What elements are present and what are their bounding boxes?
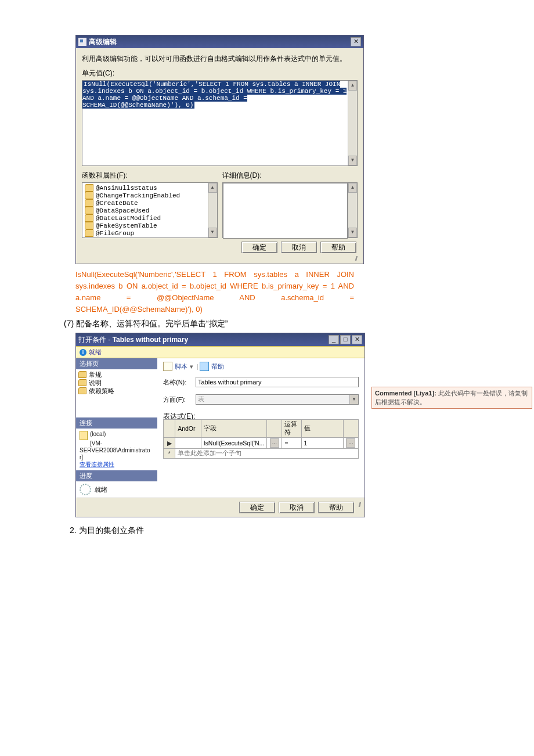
close-icon[interactable]: ✕	[351, 37, 361, 46]
sql-snippet: IsNull(ExecuteSql('Numberic','SELECT 1 F…	[75, 269, 354, 315]
scroll-down-icon[interactable]: ▼	[348, 156, 357, 165]
dialog-title: 打开条件 - Tables without primary	[78, 335, 327, 345]
progress-header: 进度	[76, 470, 157, 481]
scroll-down-icon[interactable]: ▼	[348, 228, 357, 237]
ok-button[interactable]: 确定	[239, 502, 275, 513]
facet-label: 方面(F):	[163, 395, 196, 404]
name-label: 名称(N):	[163, 378, 196, 387]
col-op[interactable]: 运算符	[282, 420, 301, 438]
col-andor[interactable]: AndOr	[175, 420, 201, 438]
chevron-down-icon[interactable]: ▼	[349, 395, 358, 404]
col-val[interactable]: 值	[301, 420, 343, 438]
name-input[interactable]	[196, 377, 359, 387]
maximize-icon[interactable]: □	[340, 335, 351, 344]
script-icon[interactable]	[163, 362, 172, 371]
folder-icon	[85, 184, 93, 192]
dialog-advanced-edit: 高级编辑 ✕ 利用高级编辑功能，可以对可用函数进行自由格式编辑以用作条件表达式中…	[75, 35, 364, 264]
minimize-icon[interactable]: _	[329, 335, 339, 344]
help-link[interactable]: 帮助	[211, 362, 224, 371]
table-row[interactable]: ▶ IsNull(ExecuteSql('N... ... = 1 ...	[164, 438, 359, 449]
resize-grip-icon[interactable]: ///	[82, 255, 358, 261]
connection-block: (local) [VM-SERVER2008\Administrato r] 查…	[76, 429, 157, 470]
close-icon[interactable]: ✕	[352, 335, 362, 344]
view-conn-link[interactable]: 查看连接属性	[80, 461, 114, 467]
script-button[interactable]: 脚本	[175, 362, 187, 371]
code-selection: IsNull(ExecuteSql('Numberic','SELECT 1 F…	[82, 81, 347, 109]
folder-icon	[85, 192, 93, 199]
status-strip: i 就绪	[76, 346, 365, 358]
mini-toolbar: 脚本 ▾ | 帮助	[163, 362, 359, 371]
help-icon[interactable]	[200, 362, 209, 371]
functions-label: 函数和属性(F):	[82, 171, 218, 181]
scroll-up-icon[interactable]: ▲	[348, 81, 357, 91]
step7-text: (7) 配备名称、运算符和值。完毕后单击“拟定”	[64, 319, 505, 329]
list-item[interactable]: @FileGroup	[82, 229, 208, 237]
col-field[interactable]: 字段	[201, 420, 267, 438]
functions-list[interactable]: @AnsiNullsStatus @ChangeTrackingEnabled …	[82, 183, 208, 237]
scroll-down-icon[interactable]: ▼	[208, 228, 217, 237]
cell-value-label: 单元值(C):	[82, 69, 358, 78]
info-icon: i	[80, 349, 86, 356]
list-item[interactable]: @DateLastModified	[82, 214, 208, 222]
folder-icon	[85, 229, 93, 237]
expression-grid[interactable]: AndOr 字段 运算符 值 ▶ IsNull(ExecuteSql('N...…	[163, 419, 359, 494]
nav-header: 选择页	[76, 358, 157, 369]
titlebar[interactable]: 打开条件 - Tables without primary _ □ ✕	[76, 333, 365, 346]
list-item[interactable]: @CreateDate	[82, 199, 208, 207]
ellipsis-button[interactable]: ...	[346, 438, 355, 448]
page-icon	[78, 387, 86, 394]
scroll-up-icon[interactable]: ▲	[348, 183, 357, 193]
folder-icon	[85, 207, 93, 214]
scroll-up-icon[interactable]: ▲	[208, 183, 217, 193]
list-item[interactable]: @AnsiNullsStatus	[82, 184, 208, 192]
cell-value-editor[interactable]: IsNull(ExecuteSql('Numberic','SELECT 1 F…	[82, 81, 348, 165]
page-icon	[78, 371, 86, 378]
conn-header: 连接	[76, 417, 157, 429]
details-pane[interactable]	[223, 183, 348, 239]
folder-icon	[85, 222, 93, 229]
dialog-title: 高级编辑	[89, 37, 349, 47]
scrollbar[interactable]: ▲ ▼	[348, 183, 357, 237]
list-item[interactable]: @DataSpaceUsed	[82, 207, 208, 214]
sidebar-item-general[interactable]: 常规	[76, 370, 157, 379]
wizard-icon	[78, 38, 86, 46]
dialog-open-condition: 打开条件 - Tables without primary _ □ ✕ i 就绪…	[75, 333, 365, 517]
intro-text: 利用高级编辑功能，可以对可用函数进行自由格式编辑以用作条件表达式中的单元值。	[82, 54, 358, 64]
titlebar[interactable]: 高级编辑 ✕	[76, 35, 363, 48]
comment-author: Commented [Liya1]:	[375, 390, 436, 397]
scrollbar[interactable]: ▲ ▼	[348, 81, 357, 165]
folder-icon	[85, 199, 93, 207]
help-button[interactable]: 帮助	[320, 242, 356, 253]
ok-button[interactable]: 确定	[241, 242, 277, 253]
ellipsis-button[interactable]: ...	[270, 438, 279, 448]
status-text: 就绪	[89, 348, 102, 357]
table-row-new[interactable]: * 单击此处添加一个子句	[164, 449, 359, 459]
page-icon	[78, 379, 86, 386]
help-button[interactable]: 帮助	[318, 502, 354, 513]
sidebar-item-desc[interactable]: 说明	[76, 379, 157, 387]
facet-select[interactable]: 表 ▼	[196, 394, 359, 405]
progress-block: 就绪	[76, 481, 157, 498]
folder-icon	[85, 214, 93, 222]
nav-list: 常规 说明 依赖策略	[76, 369, 157, 417]
server-icon	[80, 431, 88, 440]
list-item[interactable]: @FakeSystemTable	[82, 222, 208, 229]
resize-grip-icon[interactable]: ///	[359, 502, 361, 507]
progress-icon	[80, 484, 91, 495]
details-label: 详细信息(D):	[222, 171, 358, 181]
scrollbar[interactable]: ▲ ▼	[208, 183, 217, 237]
review-comment[interactable]: Commented [Liya1]: 此处代码中有一处错误，请复制后根据提示解决…	[371, 387, 532, 409]
step2-text: 2. 为目的集创立条件	[70, 525, 505, 536]
cancel-button[interactable]: 取消	[281, 242, 317, 253]
list-item[interactable]: @ChangeTrackingEnabled	[82, 192, 208, 199]
sidebar-item-depend[interactable]: 依赖策略	[76, 387, 157, 395]
cancel-button[interactable]: 取消	[279, 502, 315, 513]
